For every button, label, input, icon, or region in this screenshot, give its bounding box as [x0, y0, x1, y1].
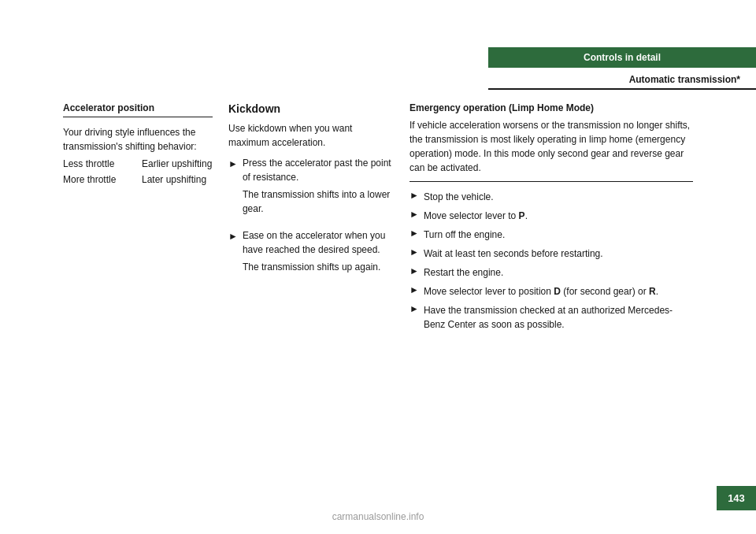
em-bullet-arrow-3: ►	[410, 228, 419, 242]
em-bullet-text-4: Wait at least ten seconds before restart…	[424, 247, 603, 261]
kickdown-intro-text: Use kickdown when you want maximum accel…	[228, 121, 394, 150]
emergency-bullets: ► Stop the vehicle. ► Move selector leve…	[410, 190, 693, 332]
em-bullet-text-1: Stop the vehicle.	[424, 190, 494, 204]
emergency-body: If vehicle acceleration worsens or the t…	[410, 118, 693, 182]
em-bullet-arrow-2: ►	[410, 209, 419, 223]
em-bullet-text-7: Have the transmission checked at an auth…	[424, 303, 693, 332]
bold-p: P	[519, 210, 525, 221]
em-bullet-text-3: Turn off the engine.	[424, 228, 505, 242]
bullet-arrow-1: ►	[228, 157, 238, 222]
kickdown-bullet-2-text: Ease on the accelerator when you have re…	[243, 228, 394, 257]
em-bullet-arrow-4: ►	[410, 247, 419, 261]
table-row: More throttle Later upshifting	[63, 174, 213, 185]
table-cell-right-1: Earlier upshifting	[142, 158, 212, 169]
em-bullet-4: ► Wait at least ten seconds before resta…	[410, 247, 693, 261]
kickdown-intro: Use kickdown when you want maximum accel…	[228, 121, 394, 280]
em-bullet-text-6: Move selector lever to position D (for s…	[424, 284, 658, 299]
page-container: Controls in detail Automatic transmissio…	[0, 0, 756, 534]
main-content: Accelerator position Your driving style …	[63, 102, 693, 471]
em-bullet-1: ► Stop the vehicle.	[410, 190, 693, 204]
page-number: 143	[717, 486, 756, 510]
right-column: Emergency operation (Limp Home Mode) If …	[410, 102, 693, 471]
em-bullet-text-2: Move selector lever to P.	[424, 209, 528, 223]
kickdown-bullet-1: ► Press the accelerator past the point o…	[228, 156, 394, 222]
em-bullet-7: ► Have the transmission checked at an au…	[410, 303, 693, 332]
kickdown-bullet-2-sub: The transmission shifts up again.	[243, 260, 394, 274]
kickdown-title: Kickdown	[228, 102, 394, 115]
table-cell-right-2: Later upshifting	[142, 174, 206, 185]
em-bullet-5: ► Restart the engine.	[410, 265, 693, 280]
left-column: Accelerator position Your driving style …	[63, 102, 228, 471]
em-bullet-arrow-1: ►	[410, 190, 419, 204]
em-bullet-arrow-7: ►	[410, 303, 419, 332]
em-bullet-3: ► Turn off the engine.	[410, 228, 693, 242]
em-bullet-6: ► Move selector lever to position D (for…	[410, 284, 693, 299]
em-bullet-arrow-5: ►	[410, 265, 419, 280]
emergency-title: Emergency operation (Limp Home Mode)	[410, 102, 693, 113]
bold-d: D	[554, 286, 561, 297]
header-bar: Controls in detail Automatic transmissio…	[488, 47, 756, 90]
controls-detail-tab: Controls in detail	[488, 47, 756, 68]
kickdown-bullet-1-sub: The transmission shifts into a lower gea…	[243, 187, 394, 216]
em-bullet-arrow-6: ►	[410, 284, 419, 299]
em-bullet-2: ► Move selector lever to P.	[410, 209, 693, 223]
table-cell-left-2: More throttle	[63, 174, 126, 185]
watermark: carmanualsonline.info	[332, 511, 424, 522]
accelerator-position-title: Accelerator position	[63, 102, 213, 117]
bullet-arrow-2: ►	[228, 229, 238, 280]
auto-transmission-label: Automatic transmission*	[488, 71, 756, 90]
em-bullet-text-5: Restart the engine.	[424, 265, 503, 280]
accelerator-position-body: Your driving style influences the transm…	[63, 125, 213, 154]
table-row: Less throttle Earlier upshifting	[63, 158, 213, 169]
bold-r: R	[649, 286, 656, 297]
kickdown-bullet-1-text: Press the accelerator past the point of …	[243, 156, 394, 184]
middle-column: Kickdown Use kickdown when you want maxi…	[228, 102, 410, 471]
table-cell-left-1: Less throttle	[63, 158, 126, 169]
kickdown-bullet-2: ► Ease on the accelerator when you have …	[228, 228, 394, 280]
